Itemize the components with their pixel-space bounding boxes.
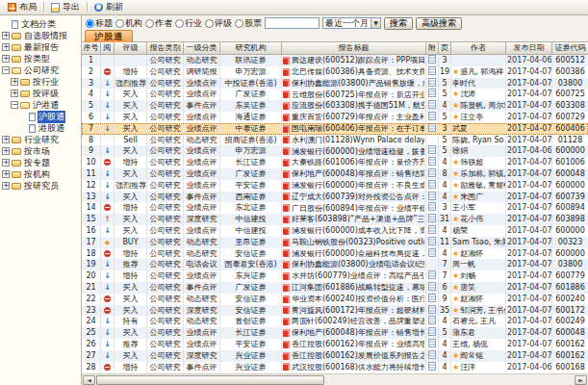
col-header-pages[interactable]: 页 [439, 42, 451, 55]
report-title-link[interactable]: 永利澳门(01128)Wynn Palace delayed again neg… [292, 135, 424, 146]
table-row[interactable]: 23买入公司研究深度研究安信证券黄河旋风(600172)年报点评：超硬材料景气向… [82, 305, 588, 317]
report-title-link[interactable]: 北巴传媒(600386)具备资源、技术支撑的充电桩运营龙头 [292, 66, 424, 78]
table-row[interactable]: 19↓推荐公司研究电话会议国泰君安(香港)保利协鑫能源(03800)业绩电话会议… [82, 259, 588, 270]
sidebar-item-按专题[interactable]: +按专题 [0, 157, 81, 168]
table-row[interactable]: 16↓买入公司研究业绩点评中信建投浦发银行(600000)成本收入比下降，资本充… [82, 225, 588, 237]
sidebar-item-按评级[interactable]: +按评级 [0, 88, 81, 99]
search-input[interactable] [265, 17, 320, 29]
col-header-stock-code[interactable]: 证券代码 [552, 42, 588, 55]
radio-input-标题[interactable] [86, 19, 94, 28]
report-title-link[interactable]: 两面针(600249)经营改善，品牌重塑进行时 [292, 316, 424, 327]
attachment-icon[interactable] [428, 225, 436, 234]
table-row[interactable]: 9↓买入公司研究业绩点评申万宏源浦发银行(600000)业绩增速稳健，拨备覆盖充… [82, 145, 588, 157]
report-title-link[interactable]: 广日股份(600894)年报点评：业绩平稳，智能制造布局加速 [292, 203, 424, 215]
advanced-search-button[interactable]: 高级搜索 [416, 17, 462, 30]
filter-radio-股票[interactable]: 股票 [235, 17, 262, 30]
report-title-link[interactable]: 香江控股(600162)年报点评：业绩高增长，土储价值凸显 [292, 339, 424, 350]
table-row[interactable]: 26↓推荐公司研究业绩点评平安证券香江控股(600162)年报点评：业绩高增长，… [82, 339, 588, 350]
col-header-category[interactable]: 一级分类 [184, 42, 220, 55]
table-row[interactable]: 2增持公司研究调研简报申万宏源北巴传媒(600386)具备资源、技术支撑的充电桩… [82, 66, 588, 78]
attachment-icon[interactable] [428, 168, 436, 177]
table-row[interactable]: 6↓买入公司研究业绩点评海通证券重庆百货(600729)年报点评：主业盈利质量提… [82, 112, 588, 123]
tab-hugutong[interactable]: 沪股通 [85, 30, 133, 42]
report-title-link[interactable]: 腾达建设(600512)跟踪点评：PPP项目落地提速 [292, 55, 424, 66]
expand-icon[interactable]: + [2, 170, 10, 178]
report-title-link[interactable]: 保利地产(600048)年报点评：销售结算双增长，资源储备充足 [292, 168, 424, 180]
filter-radio-评级[interactable]: 评级 [205, 17, 232, 30]
attachment-icon[interactable] [428, 78, 436, 87]
radio-input-机构[interactable] [115, 19, 124, 28]
sidebar-item-公司研究[interactable]: −公司研究 [0, 64, 81, 76]
sidebar-item-按市场[interactable]: +按市场 [0, 145, 81, 157]
table-row[interactable]: 25↓买入公司研究业绩点评长江证券保利地产(600048)年报点评：销售增长强劲… [82, 327, 588, 339]
attachment-icon[interactable] [428, 55, 436, 64]
sidebar-item-行业研究[interactable]: +行业研究 [0, 134, 81, 145]
period-dropdown[interactable]: 最近一个月 ▼ [322, 17, 381, 29]
table-row[interactable]: 8Sell公司研究动态研究招商证券(香港)永利澳门(01128)Wynn Pal… [82, 135, 588, 146]
table-row[interactable]: 10增持公司研究业绩点评长江证券大秦铁路(601006)年报点评：量价齐升，业绩… [82, 157, 588, 168]
collapse-icon[interactable]: − [2, 66, 10, 74]
expand-icon[interactable]: + [2, 136, 10, 143]
radio-input-作者[interactable] [145, 19, 154, 28]
table-row[interactable]: 1公司研究动态研究联讯证券腾达建设(600512)跟踪点评：PPP项目落地提速3… [82, 55, 588, 66]
sidebar-item-按研究员[interactable]: +按研究员 [0, 180, 81, 192]
col-header-read[interactable]: 阅 [101, 42, 115, 55]
report-title-link[interactable]: 好莱客(603898)“产品+渠道+品牌”三轮驱动的定制衣柜龙头 [292, 214, 424, 225]
table-row[interactable]: 5↓买入公司研究事件点评东吴证券应流股份(603308)携手德国51M，航空发动… [82, 100, 588, 112]
expand-icon[interactable]: + [11, 90, 18, 97]
sidebar-item-港股通[interactable]: 港股通 [0, 122, 81, 134]
report-title-link[interactable]: 应流股份(603308)携手德国51M，航空发动机和核电两翼齐飞，进入发动机领域 [292, 100, 424, 112]
sidebar-item-最新报告[interactable]: +最新报告 [0, 41, 81, 53]
scroll-left-button[interactable]: ◄ [83, 375, 95, 385]
attachment-icon[interactable] [428, 123, 436, 132]
attachment-icon[interactable] [428, 214, 436, 222]
table-row[interactable]: 17◆BUY公司研究动态研究里昂证券马鞍山钢铁股份(00323)Positive… [82, 237, 588, 248]
attachment-icon[interactable] [428, 192, 436, 200]
report-title-link[interactable]: 保利地产(600048)年报点评：销售增长强劲，龙头地位稳固 [292, 327, 424, 339]
table-row[interactable]: 21↓买入公司研究事件点评广发证券江河集团(601886)战略转型提速，幕墙主业… [82, 282, 588, 294]
attachment-icon[interactable] [428, 305, 436, 314]
radio-input-评级[interactable] [205, 19, 214, 28]
report-title-link[interactable]: 浦发银行(600000)金融科技布局提速，零售转型可期 [292, 248, 424, 260]
attachment-icon[interactable] [428, 180, 436, 189]
sidebar-item-沪股通[interactable]: 沪股通 [0, 111, 81, 122]
radio-input-股票[interactable] [235, 19, 243, 28]
layout-button[interactable]: 布局 [2, 1, 42, 14]
attachment-icon[interactable] [428, 248, 436, 257]
search-button[interactable]: 搜索 [384, 17, 413, 30]
expand-icon[interactable]: + [2, 182, 10, 190]
attachment-icon[interactable] [428, 89, 436, 97]
col-header-author[interactable]: 作者 [451, 42, 506, 55]
expand-icon[interactable]: + [2, 32, 10, 39]
filter-radio-标题[interactable]: 标题 [86, 17, 113, 30]
table-row[interactable]: 18增持公司研究动态研究安信证券浦发银行(600000)金融科技布局提速，零售转… [82, 248, 588, 260]
report-title-link[interactable]: 浦发银行(600000)年报点评：不良生成放缓，转型成效显现 [292, 180, 424, 192]
table-row[interactable]: 13↓买入公司研究事件点评西南证券辽宁成大(600739)对外投资公告点评：生物… [82, 192, 588, 203]
report-title-link[interactable]: 黄河旋风(600172)年报点评：超硬材料景气向上，网络业务放量 [292, 305, 424, 317]
report-title-link[interactable]: 辽宁成大(600739)对外投资公告点评：生物医药再添动力 [292, 192, 424, 203]
radio-input-行业[interactable] [175, 19, 184, 28]
table-row[interactable]: 22买入公司研究动态研究安信证券华业资本(600240)投资价值分析：医疗金融双… [82, 294, 588, 305]
col-header-rating[interactable]: 评级 [115, 42, 147, 55]
sidebar-item-自选股情报[interactable]: +自选股情报 [0, 30, 81, 41]
table-row[interactable]: 24↓持有公司研究动态研究首创证券两面针(600249)经营改善，品牌重塑进行时… [82, 316, 588, 327]
export-button[interactable]: 导出 [45, 1, 86, 14]
attachment-icon[interactable] [428, 282, 436, 291]
report-title-link[interactable]: 云维股份(600725)年报点评：新店开业及大宗贸易收入下降，毛利率更稳 [292, 90, 424, 101]
col-header-title[interactable]: 报告标题 [282, 42, 426, 55]
report-title-link[interactable]: 华业资本(600240)投资价值分析：医疗金融双轮驱动 [292, 294, 424, 305]
attachment-icon[interactable] [428, 145, 436, 154]
report-title-link[interactable]: 马鞍山钢铁股份(00323)Positive outlook intact [292, 237, 424, 248]
report-title-link[interactable]: 水井坊(600779)业绩点评：高端产品引领复苏 [292, 270, 424, 282]
sidebar-item-按机构[interactable]: +按机构 [0, 168, 81, 180]
table-row[interactable]: 11↓买入公司研究业绩点评广发证券保利地产(600048)年报点评：销售结算双增… [82, 168, 588, 180]
attachment-icon[interactable] [428, 316, 436, 324]
report-title-link[interactable]: 大秦铁路(601006)年报点评：量价齐升，业绩拐点确立 [292, 157, 424, 168]
attachment-icon[interactable] [428, 66, 436, 75]
report-title-link[interactable]: 浦发银行(600000)业绩增速稳健，拨备覆盖充足 [292, 146, 424, 158]
expand-icon[interactable]: + [2, 159, 10, 167]
filter-radio-行业[interactable]: 行业 [175, 17, 202, 30]
report-title-link[interactable]: 武汉控股(600168)供水能力将持续增长，水价上调提供业绩弹性 [292, 362, 424, 373]
attachment-icon[interactable] [428, 100, 436, 109]
sidebar-item-文档分类[interactable]: 文档分类 [0, 18, 81, 30]
